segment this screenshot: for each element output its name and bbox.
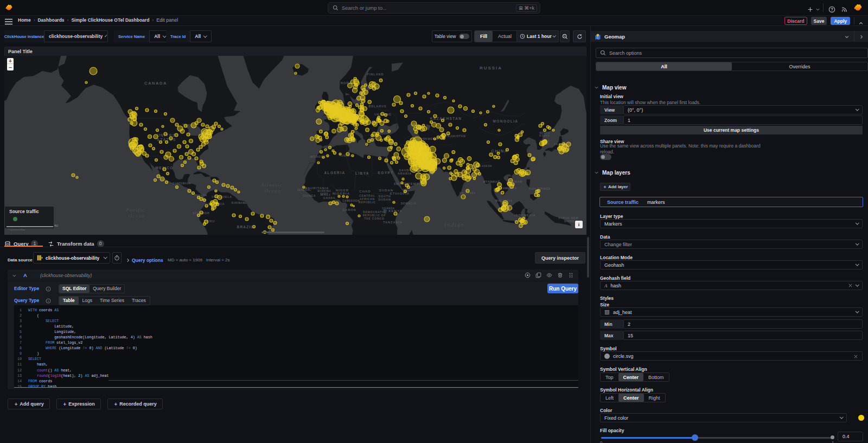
svg-text:REPUBLIC: REPUBLIC bbox=[359, 201, 376, 204]
svg-text:MONGOLIA: MONGOLIA bbox=[493, 119, 519, 123]
svg-text:Indian: Indian bbox=[444, 222, 465, 228]
svg-text:CHAD: CHAD bbox=[359, 190, 371, 193]
svg-text:KOREA: KOREA bbox=[539, 134, 550, 137]
svg-text:BRAZIL: BRAZIL bbox=[237, 225, 253, 229]
svg-text:MOROCCO: MOROCCO bbox=[310, 155, 329, 158]
svg-text:GUINEA: GUINEA bbox=[303, 194, 316, 197]
svg-text:FASO: FASO bbox=[321, 192, 329, 195]
svg-text:GUATEMALA: GUATEMALA bbox=[173, 182, 191, 185]
svg-text:CAMEROON: CAMEROON bbox=[342, 200, 360, 202]
svg-text:ARABIA: ARABIA bbox=[398, 172, 412, 175]
svg-text:Atlantic: Atlantic bbox=[260, 182, 283, 188]
svg-text:ETHIOPIA: ETHIOPIA bbox=[390, 192, 410, 195]
svg-text:TANZANIA: TANZANIA bbox=[383, 221, 403, 224]
svg-text:LIBYA: LIBYA bbox=[355, 171, 369, 175]
svg-text:Pacific: Pacific bbox=[125, 207, 145, 213]
svg-text:INDONESIA: INDONESIA bbox=[514, 214, 536, 217]
svg-text:SURINAME: SURINAME bbox=[232, 202, 247, 204]
svg-text:BELARUS: BELARUS bbox=[368, 105, 387, 108]
svg-text:Ocean: Ocean bbox=[265, 188, 282, 194]
svg-text:PANAMA: PANAMA bbox=[194, 194, 207, 197]
svg-text:CANADA: CANADA bbox=[144, 81, 167, 86]
svg-text:SENEGAL: SENEGAL bbox=[297, 189, 311, 191]
svg-text:NIGERIA: NIGERIA bbox=[333, 192, 350, 195]
svg-text:Ocean: Ocean bbox=[129, 213, 145, 219]
svg-text:THE CONGO: THE CONGO bbox=[364, 217, 384, 220]
svg-text:SUDAN: SUDAN bbox=[378, 198, 391, 201]
svg-text:UGANDA: UGANDA bbox=[382, 207, 394, 210]
svg-text:RUSSIA: RUSSIA bbox=[480, 66, 502, 70]
svg-text:EGYPT: EGYPT bbox=[378, 171, 393, 175]
svg-text:SOMALIA: SOMALIA bbox=[401, 202, 417, 205]
svg-text:MYANMAR: MYANMAR bbox=[483, 180, 500, 183]
svg-text:YEMEN: YEMEN bbox=[408, 182, 422, 185]
svg-text:GHANA: GHANA bbox=[323, 196, 335, 200]
svg-text:ALGERIA: ALGERIA bbox=[324, 171, 345, 175]
svg-text:CAMBODIA: CAMBODIA bbox=[501, 187, 517, 190]
svg-text:GABON: GABON bbox=[342, 208, 356, 211]
svg-text:FINLAND: FINLAND bbox=[367, 73, 384, 76]
